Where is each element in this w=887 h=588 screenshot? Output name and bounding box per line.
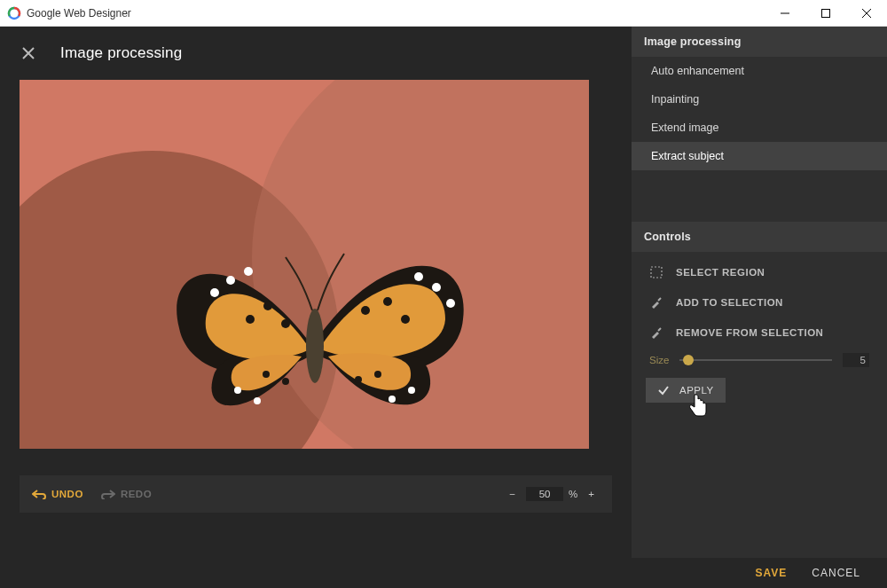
svg-point-16 — [383, 297, 392, 306]
cancel-button[interactable]: CANCEL — [812, 567, 860, 579]
svg-point-3 — [226, 276, 235, 285]
svg-point-20 — [355, 376, 362, 383]
size-slider[interactable] — [679, 359, 832, 361]
svg-point-18 — [263, 371, 270, 378]
brush-minus-icon — [649, 325, 663, 340]
size-label: Size — [649, 355, 669, 365]
marquee-icon — [649, 265, 663, 279]
zoom-unit: % — [569, 489, 577, 499]
svg-point-4 — [244, 267, 253, 276]
proc-item-inpainting[interactable]: Inpainting — [632, 85, 887, 114]
svg-point-10 — [389, 396, 396, 403]
redo-label: REDO — [121, 489, 152, 499]
check-icon — [656, 383, 671, 397]
proc-item-auto-enhancement[interactable]: Auto enhancement — [632, 57, 887, 85]
dialog-title: Image processing — [60, 44, 182, 62]
dialog-footer: SAVE CANCEL — [632, 558, 887, 588]
canvas-toolbar: UNDO REDO − 50 % + — [20, 475, 612, 513]
svg-point-2 — [210, 288, 219, 297]
proc-item-extract-subject[interactable]: Extract subject — [632, 142, 887, 170]
cursor-pointer-icon — [688, 394, 708, 417]
svg-point-9 — [254, 397, 261, 404]
window-controls — [765, 0, 887, 27]
slider-knob[interactable] — [683, 355, 694, 365]
svg-rect-23 — [651, 267, 662, 278]
save-button[interactable]: SAVE — [756, 567, 788, 579]
svg-point-21 — [374, 371, 381, 378]
zoom-out-button[interactable]: − — [504, 489, 521, 499]
main-pane: Image processing — [0, 27, 632, 588]
svg-point-5 — [414, 272, 423, 281]
add-to-selection-button[interactable]: ADD TO SELECTION — [632, 287, 887, 318]
window-close-button[interactable] — [846, 0, 887, 27]
svg-point-17 — [401, 315, 410, 324]
select-region-button[interactable]: SELECT REGION — [632, 257, 887, 287]
svg-point-22 — [306, 309, 324, 383]
svg-point-11 — [408, 387, 415, 394]
apply-button[interactable]: APPLY — [646, 378, 726, 403]
window-title: Google Web Designer — [27, 7, 131, 20]
svg-point-8 — [234, 387, 241, 394]
zoom-value: 50 — [539, 489, 551, 499]
select-region-label: SELECT REGION — [676, 267, 765, 278]
undo-label: UNDO — [51, 489, 83, 499]
image-canvas[interactable] — [20, 80, 589, 449]
panel-header-controls: Controls — [632, 222, 887, 252]
add-to-selection-label: ADD TO SELECTION — [676, 297, 783, 308]
app-icon — [7, 6, 21, 20]
undo-button[interactable]: UNDO — [32, 489, 83, 499]
svg-point-19 — [282, 378, 289, 385]
svg-point-15 — [361, 306, 370, 315]
svg-point-13 — [263, 302, 272, 310]
svg-point-14 — [281, 319, 290, 328]
remove-from-selection-button[interactable]: REMOVE FROM SELECTION — [632, 318, 887, 348]
panel-header-processing: Image processing — [632, 27, 887, 57]
proc-item-extend-image[interactable]: Extend image — [632, 114, 887, 142]
size-value[interactable]: 5 — [843, 353, 869, 367]
brush-plus-icon — [649, 295, 663, 310]
side-panel: Image processing Auto enhancement Inpain… — [632, 27, 887, 588]
subject-butterfly — [153, 222, 490, 443]
window-minimize-button[interactable] — [765, 0, 805, 27]
zoom-in-button[interactable]: + — [583, 489, 600, 499]
remove-from-selection-label: REMOVE FROM SELECTION — [676, 327, 823, 338]
processing-list: Auto enhancement Inpainting Extend image… — [632, 57, 887, 170]
redo-button[interactable]: REDO — [101, 489, 152, 499]
close-dialog-button[interactable] — [18, 43, 39, 64]
window-titlebar: Google Web Designer — [0, 0, 887, 27]
svg-point-12 — [246, 315, 255, 324]
svg-rect-1 — [822, 9, 830, 17]
svg-point-7 — [446, 299, 455, 308]
svg-point-6 — [432, 283, 441, 292]
window-maximize-button[interactable] — [805, 0, 846, 27]
